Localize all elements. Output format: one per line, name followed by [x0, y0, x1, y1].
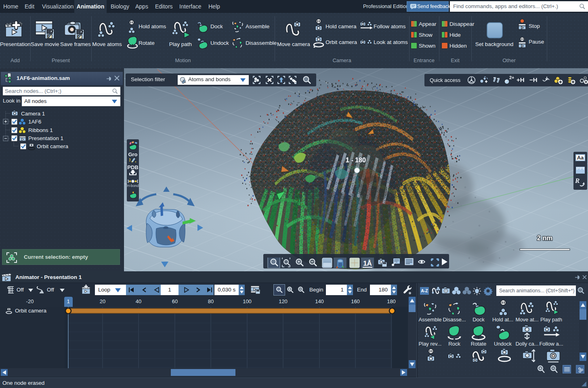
svg-text:2+: 2+	[509, 75, 514, 80]
svg-text:1 - 180: 1 - 180	[346, 157, 366, 164]
svg-text:2 nm: 2 nm	[537, 234, 553, 241]
svg-text:1Å: 1Å	[363, 260, 372, 267]
svg-text:−H: −H	[529, 76, 538, 83]
svg-text:+H: +H	[517, 76, 525, 83]
